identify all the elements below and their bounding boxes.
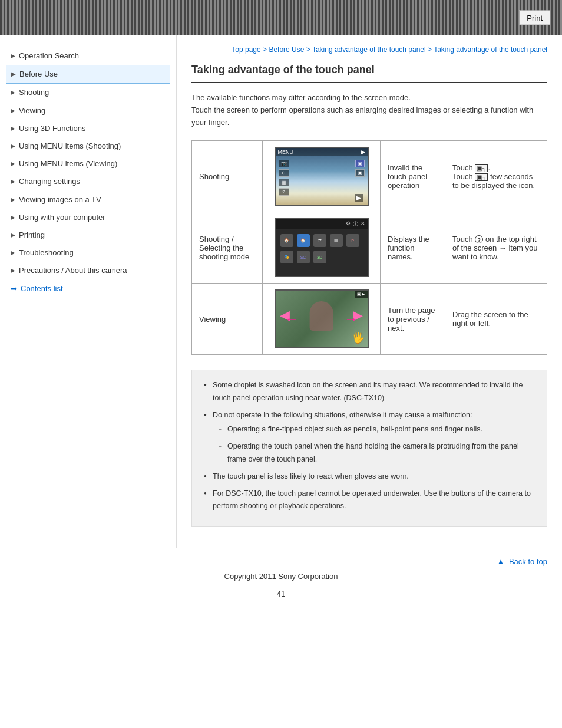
description-line2: Touch the screen to perform operations s… [191, 104, 547, 129]
table-cell-mode: Shooting / Selecting the shooting mode [192, 212, 263, 284]
shooting-mode-image: ⚙ ⓘ ✕ 🏠 🏠 ⇄ ▦ P 🎭 SC [275, 218, 369, 277]
table-cell-function: Displays the function names. [381, 212, 445, 284]
breadcrumb-before-use[interactable]: Before Use [269, 45, 304, 54]
arrow-icon: ▶ [11, 249, 15, 257]
table-row: Shooting MENU ▶ 📷 ⊙ ▦ [192, 141, 547, 212]
sidebar-item-using-menu-shooting[interactable]: ▶ Using MENU items (Shooting) [6, 137, 170, 155]
sidebar-item-viewing-tv[interactable]: ▶ Viewing images on a TV [6, 191, 170, 209]
arrow-icon: ▶ [11, 70, 16, 78]
description-line1: The available functions may differ accor… [191, 92, 547, 104]
footer: ▲ Back to top Copyright 2011 Sony Corpor… [0, 548, 562, 607]
table-cell-mode: Viewing [192, 284, 263, 355]
hand-icon: 🖐 [352, 331, 365, 344]
print-button[interactable]: Print [519, 11, 550, 25]
main-layout: ▶ Operation Search ▶ Before Use ▶ Shooti… [0, 35, 562, 548]
info-table: Shooting MENU ▶ 📷 ⊙ ▦ [191, 140, 547, 355]
table-cell-mode: Shooting [192, 141, 263, 212]
note-item: Some droplet is swashed icon on the scre… [204, 379, 535, 404]
shooting-screen-image: MENU ▶ 📷 ⊙ ▦ ? ▣ ▣ [275, 147, 369, 206]
note-item: For DSC-TX10, the touch panel cannot be … [204, 487, 535, 513]
notes-box: Some droplet is swashed icon on the scre… [191, 370, 547, 526]
sidebar-item-using-computer[interactable]: ▶ Using with your computer [6, 209, 170, 226]
note-item: Do not operate in the following situatio… [204, 409, 535, 466]
table-row: Shooting / Selecting the shooting mode ⚙… [192, 212, 547, 284]
sidebar: ▶ Operation Search ▶ Before Use ▶ Shooti… [0, 35, 177, 548]
table-cell-image: MENU ▶ 📷 ⊙ ▦ ? ▣ ▣ [263, 141, 381, 212]
table-cell-action: Touch ▣┐. Touch ▣┐ few seconds to be dis… [445, 141, 547, 212]
table-cell-function: Invalid the touch panel operation [381, 141, 445, 212]
arrow-icon: ▶ [11, 213, 15, 222]
sidebar-item-troubleshooting[interactable]: ▶ Troubleshooting [6, 244, 170, 262]
table-cell-image: ⚙ ⓘ ✕ 🏠 🏠 ⇄ ▦ P 🎭 SC [263, 212, 381, 284]
table-cell-action: Touch ? on the top right of the screen →… [445, 212, 547, 284]
table-cell-action: Drag the screen to the right or left. [445, 284, 547, 355]
page-number: 41 [15, 589, 547, 598]
page-title: Taking advantage of the touch panel [191, 64, 547, 83]
sidebar-item-changing-settings[interactable]: ▶ Changing settings [6, 173, 170, 190]
arrow-icon: ▶ [11, 88, 15, 97]
content-area: Top page > Before Use > Taking advantage… [177, 35, 562, 548]
arrow-icon: ▶ [11, 266, 15, 275]
arrow-icon: ▶ [11, 142, 15, 150]
table-cell-image: ▣ ▶ ◀ ▶ ← → 🖐 [263, 284, 381, 355]
note-item: The touch panel is less likely to react … [204, 470, 535, 483]
sidebar-item-precautions[interactable]: ▶ Precautions / About this camera [6, 262, 170, 279]
arrow-right-icon: ➡ [11, 284, 17, 293]
table-cell-function: Turn the page to previous / next. [381, 284, 445, 355]
sidebar-item-viewing[interactable]: ▶ Viewing [6, 102, 170, 120]
sidebar-item-using-3d[interactable]: ▶ Using 3D Functions [6, 120, 170, 137]
breadcrumb: Top page > Before Use > Taking advantage… [191, 44, 547, 55]
breadcrumb-top[interactable]: Top page [232, 45, 260, 54]
sidebar-item-shooting[interactable]: ▶ Shooting [6, 84, 170, 101]
sidebar-item-using-menu-viewing[interactable]: ▶ Using MENU items (Viewing) [6, 155, 170, 173]
arrow-icon: ▶ [11, 124, 15, 133]
arrow-icon: ▶ [11, 231, 15, 239]
arrow-icon: ▶ [11, 196, 15, 204]
back-to-top-link[interactable]: ▲ Back to top [15, 557, 547, 566]
arrow-icon: ▶ [11, 52, 15, 60]
table-row: Viewing ▣ ▶ ◀ ▶ [192, 284, 547, 355]
page-description: The available functions may differ accor… [191, 92, 547, 129]
header-bar: Print [0, 0, 562, 35]
arrow-icon: ▶ [11, 107, 15, 115]
breadcrumb-taking-touch[interactable]: Taking advantage of the touch panel [312, 45, 426, 54]
sidebar-item-before-use[interactable]: ▶ Before Use [6, 65, 170, 84]
arrow-icon: ▶ [11, 160, 15, 168]
note-sub-item: Operating the touch panel when the hand … [219, 440, 535, 466]
viewing-screen-image: ▣ ▶ ◀ ▶ ← → 🖐 [275, 289, 369, 348]
copyright-text: Copyright 2011 Sony Corporation [15, 572, 547, 581]
contents-list-link[interactable]: ➡ Contents list [6, 279, 170, 298]
breadcrumb-taking-touch2[interactable]: Taking advantage of the touch panel [434, 45, 547, 54]
note-sub-item: Operating a fine-tipped object such as p… [219, 423, 535, 436]
triangle-up-icon: ▲ [497, 557, 504, 566]
arrow-icon: ▶ [11, 177, 15, 186]
sidebar-item-operation-search[interactable]: ▶ Operation Search [6, 47, 170, 65]
sidebar-item-printing[interactable]: ▶ Printing [6, 226, 170, 244]
